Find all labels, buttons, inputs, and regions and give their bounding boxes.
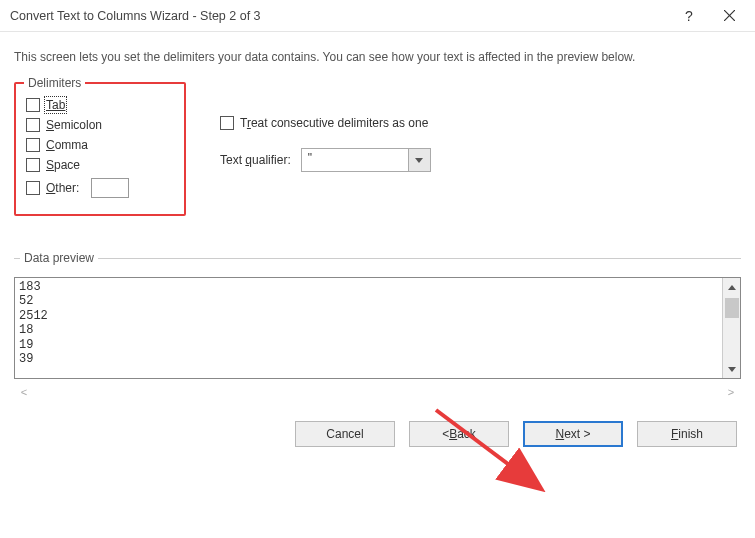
delimiter-semicolon-label: Semicolon — [46, 118, 102, 132]
checkbox-icon — [26, 118, 40, 132]
svg-marker-4 — [728, 367, 736, 372]
dialog-content: This screen lets you set the delimiters … — [0, 32, 755, 457]
titlebar: Convert Text to Columns Wizard - Step 2 … — [0, 0, 755, 32]
horizontal-scrollbar[interactable]: < > — [14, 383, 741, 401]
checkbox-icon — [220, 116, 234, 130]
checkbox-icon — [26, 138, 40, 152]
vertical-scrollbar[interactable] — [722, 278, 740, 378]
data-preview-label: Data preview — [20, 251, 98, 265]
delimiter-extra-options: Treat consecutive delimiters as one Text… — [220, 82, 431, 172]
delimiter-comma-label: Comma — [46, 138, 88, 152]
treat-consecutive-label: Treat consecutive delimiters as one — [240, 116, 428, 130]
data-preview-wrap: 183 52 2512 18 19 39 — [14, 277, 741, 379]
delimiter-tab-row[interactable]: Tab — [26, 98, 174, 112]
cancel-button[interactable]: Cancel — [295, 421, 395, 447]
delimiter-other-input[interactable] — [91, 178, 129, 198]
data-preview-box: 183 52 2512 18 19 39 — [15, 278, 722, 378]
scroll-thumb — [725, 298, 739, 318]
intro-text: This screen lets you set the delimiters … — [14, 50, 741, 64]
checkbox-icon — [26, 181, 40, 195]
svg-marker-2 — [415, 158, 423, 163]
delimiter-other-label: Other: — [46, 181, 79, 195]
scroll-left-icon: < — [16, 383, 32, 401]
delimiters-group-label: Delimiters — [24, 76, 85, 90]
delimiter-options-row: Delimiters Tab Semicolon Comma Space Oth… — [14, 82, 741, 216]
text-qualifier-combo[interactable]: " — [301, 148, 431, 172]
delimiter-semicolon-row[interactable]: Semicolon — [26, 118, 174, 132]
delimiter-other-row[interactable]: Other: — [26, 178, 174, 198]
svg-marker-3 — [728, 285, 736, 290]
dialog-buttons: Cancel < Back Next > Finish — [14, 421, 741, 447]
close-button[interactable] — [709, 0, 749, 32]
data-preview-group: Data preview 183 52 2512 18 19 39 < > — [14, 258, 741, 401]
scroll-right-icon: > — [723, 383, 739, 401]
checkbox-icon — [26, 98, 40, 112]
delimiter-space-label: Space — [46, 158, 80, 172]
scroll-up-icon — [723, 278, 740, 296]
window-title: Convert Text to Columns Wizard - Step 2 … — [10, 9, 669, 23]
treat-consecutive-row[interactable]: Treat consecutive delimiters as one — [220, 116, 431, 130]
next-button[interactable]: Next > — [523, 421, 623, 447]
text-qualifier-value: " — [302, 149, 408, 171]
scroll-down-icon — [723, 360, 740, 378]
delimiter-comma-row[interactable]: Comma — [26, 138, 174, 152]
delimiter-tab-label: Tab — [46, 98, 65, 112]
text-qualifier-label: Text qualifier: — [220, 153, 291, 167]
delimiters-group: Delimiters Tab Semicolon Comma Space Oth… — [14, 82, 186, 216]
finish-button[interactable]: Finish — [637, 421, 737, 447]
help-button[interactable]: ? — [669, 0, 709, 32]
chevron-down-icon — [408, 149, 430, 171]
text-qualifier-row: Text qualifier: " — [220, 148, 431, 172]
delimiter-space-row[interactable]: Space — [26, 158, 174, 172]
checkbox-icon — [26, 158, 40, 172]
back-button[interactable]: < Back — [409, 421, 509, 447]
